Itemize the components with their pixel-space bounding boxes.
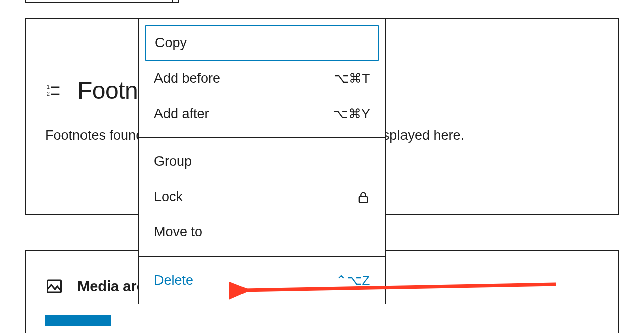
menu-item-add-after[interactable]: Add after ⌥⌘Y <box>145 96 379 131</box>
lock-icon <box>356 190 370 204</box>
svg-text:2: 2 <box>47 90 50 96</box>
menu-item-label: Move to <box>154 224 202 240</box>
image-icon <box>45 277 63 295</box>
menu-item-copy[interactable]: Copy <box>145 25 379 61</box>
menu-item-shortcut: ⌃⌥Z <box>336 273 370 288</box>
menu-item-label: Add before <box>154 71 220 87</box>
menu-item-shortcut: ⌥⌘Y <box>333 106 370 122</box>
menu-item-group[interactable]: Group <box>145 144 379 180</box>
menu-item-add-before[interactable]: Add before ⌥⌘T <box>145 61 379 96</box>
menu-item-label: Group <box>154 154 192 170</box>
block-toolbar-remnant <box>25 0 179 3</box>
menu-group-2: Group Lock Move to <box>139 138 385 256</box>
footnotes-icon: 1 2 <box>45 82 62 99</box>
menu-item-label: Lock <box>154 189 183 205</box>
toolbar-divider <box>172 0 173 3</box>
menu-item-move-to[interactable]: Move to <box>145 215 379 250</box>
menu-item-delete[interactable]: Delete ⌃⌥Z <box>145 263 379 298</box>
menu-item-shortcut: ⌥⌘T <box>334 71 370 87</box>
menu-group-3: Delete ⌃⌥Z <box>139 257 385 304</box>
block-options-menu: Copy Add before ⌥⌘T Add after ⌥⌘Y Group … <box>138 19 386 304</box>
svg-text:1: 1 <box>47 83 50 89</box>
menu-item-label: Delete <box>154 273 193 288</box>
svg-rect-5 <box>359 196 367 202</box>
menu-group-1: Copy Add before ⌥⌘T Add after ⌥⌘Y <box>139 19 385 137</box>
menu-item-label: Add after <box>154 106 209 122</box>
menu-item-lock[interactable]: Lock <box>145 180 379 215</box>
media-upload-button[interactable] <box>45 315 111 326</box>
menu-item-label: Copy <box>155 35 187 51</box>
